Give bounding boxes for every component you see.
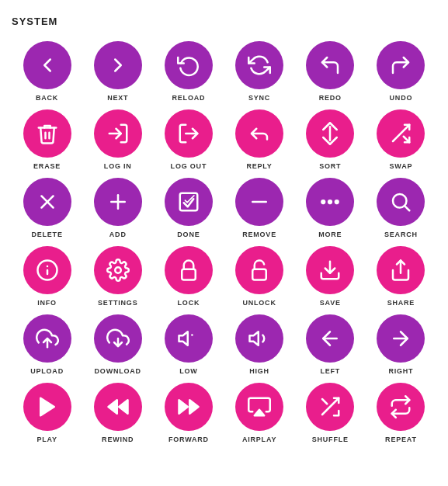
icon-item-rewind[interactable]: REWIND	[82, 383, 153, 443]
svg-marker-34	[189, 400, 198, 414]
icon-circle-sync	[235, 41, 283, 89]
icon-circle-reload	[165, 41, 213, 89]
icon-item-logout[interactable]: LOG OUT	[153, 109, 224, 170]
icon-circle-save	[306, 246, 354, 294]
page-title: SYSTEM	[12, 16, 436, 27]
icon-item-sync[interactable]: SYNC	[224, 41, 294, 102]
icon-circle-unlock	[235, 246, 283, 294]
icon-item-swap[interactable]: SWAP	[366, 109, 436, 170]
icon-label-play: PLAY	[36, 436, 57, 443]
icon-circle-high	[235, 314, 283, 363]
icon-label-repeat: REPEAT	[385, 436, 417, 443]
icon-item-left[interactable]: LEFT	[295, 314, 366, 375]
icon-label-upload: UPLOAD	[30, 367, 64, 375]
icon-item-right[interactable]: RIGHT	[366, 314, 436, 375]
icon-item-reply[interactable]: REPLY	[224, 109, 294, 170]
icon-item-more[interactable]: MORE	[295, 178, 366, 238]
icon-circle-low	[165, 314, 213, 363]
icon-label-share: SHARE	[387, 299, 415, 307]
icon-item-reload[interactable]: RELOAD	[153, 41, 224, 102]
icon-item-sort[interactable]: SORT	[295, 109, 366, 170]
icon-item-lock[interactable]: LOCK	[153, 246, 224, 307]
icon-circle-more	[306, 178, 354, 226]
icon-label-search: SEARCH	[384, 231, 418, 238]
icon-circle-login	[94, 109, 142, 158]
icon-item-redo[interactable]: REDO	[295, 41, 366, 102]
icon-circle-reply	[235, 109, 283, 158]
icon-circle-done	[165, 178, 213, 226]
icon-circle-upload	[23, 314, 71, 363]
svg-rect-21	[252, 269, 266, 280]
icon-circle-airplay	[235, 383, 283, 431]
icon-item-delete[interactable]: DELETE	[12, 178, 82, 238]
icon-label-delete: DELETE	[31, 231, 62, 238]
icon-item-login[interactable]: LOG IN	[82, 109, 153, 170]
icon-circle-shuffle	[306, 383, 354, 431]
icon-item-remove[interactable]: REMOVE	[224, 178, 294, 238]
svg-marker-32	[108, 400, 116, 414]
icon-item-high[interactable]: HIGH	[224, 314, 294, 375]
icon-circle-settings	[94, 246, 142, 294]
svg-point-11	[322, 200, 325, 203]
icon-item-play[interactable]: PLAY	[12, 383, 82, 443]
icon-item-search[interactable]: SEARCH	[366, 178, 436, 238]
icon-item-settings[interactable]: SETTINGS	[82, 246, 153, 307]
icon-item-back[interactable]: BACK	[12, 41, 82, 102]
icon-circle-info	[23, 246, 71, 294]
icon-circle-back	[23, 41, 71, 89]
icon-item-done[interactable]: DONE	[153, 178, 224, 238]
svg-point-14	[393, 194, 407, 208]
icon-circle-repeat	[377, 383, 425, 431]
icon-label-redo: REDO	[319, 94, 342, 102]
icon-item-shuffle[interactable]: SHUFFLE	[295, 383, 366, 443]
icon-circle-forward	[165, 383, 213, 431]
icon-label-login: LOG IN	[104, 162, 132, 170]
icon-label-reload: RELOAD	[172, 94, 206, 102]
svg-point-12	[328, 200, 332, 203]
icon-item-next[interactable]: NEXT	[82, 41, 153, 102]
icon-label-done: DONE	[177, 231, 200, 238]
icon-label-sync: SYNC	[248, 94, 270, 102]
icon-item-low[interactable]: LOW	[153, 314, 224, 375]
icon-label-lock: LOCK	[178, 299, 200, 307]
icon-label-swap: SWAP	[390, 162, 413, 170]
icon-item-repeat[interactable]: REPEAT	[366, 383, 436, 443]
icon-circle-sort	[306, 109, 354, 158]
icon-label-undo: UNDO	[390, 94, 413, 102]
icon-circle-erase	[23, 109, 71, 158]
icon-label-forward: FORWARD	[168, 436, 209, 443]
svg-marker-26	[179, 332, 187, 345]
icon-label-right: RIGHT	[388, 367, 413, 375]
icon-item-upload[interactable]: UPLOAD	[12, 314, 82, 375]
icon-item-undo[interactable]: UNDO	[366, 41, 436, 102]
icon-label-sort: SORT	[319, 162, 341, 170]
icon-label-save: SAVE	[320, 299, 341, 307]
icon-circle-redo	[306, 41, 354, 89]
icon-item-info[interactable]: INFO	[12, 246, 82, 307]
icon-label-rewind: REWIND	[102, 436, 134, 443]
icon-label-download: DOWNLOAD	[95, 367, 141, 375]
icon-item-erase[interactable]: ERASE	[12, 109, 82, 170]
icon-item-forward[interactable]: FORWARD	[153, 383, 224, 443]
icon-circle-right	[377, 314, 425, 363]
icon-label-remove: REMOVE	[242, 231, 276, 238]
icon-circle-lock	[165, 246, 213, 294]
icon-circle-next	[94, 41, 142, 89]
icon-label-more: MORE	[318, 231, 342, 238]
icon-label-info: INFO	[37, 299, 57, 307]
icon-item-share[interactable]: SHARE	[366, 246, 436, 307]
icon-label-left: LEFT	[320, 367, 340, 375]
icon-item-download[interactable]: DOWNLOAD	[82, 314, 153, 375]
icon-circle-remove	[235, 178, 283, 226]
icon-item-airplay[interactable]: AIRPLAY	[224, 383, 294, 443]
icon-grid: BACKNEXTRELOADSYNCREDOUNDOERASELOG INLOG…	[12, 41, 436, 443]
icon-circle-play	[23, 383, 71, 431]
icon-circle-undo	[377, 41, 425, 89]
icon-label-unlock: UNLoCK	[242, 299, 276, 307]
icon-circle-logout	[165, 109, 213, 158]
icon-item-unlock[interactable]: UNLoCK	[224, 246, 294, 307]
icon-label-reply: REPLY	[246, 162, 272, 170]
icon-item-add[interactable]: ADD	[82, 178, 153, 238]
icon-item-save[interactable]: SAVE	[295, 246, 366, 307]
icon-label-next: NEXT	[107, 94, 128, 102]
